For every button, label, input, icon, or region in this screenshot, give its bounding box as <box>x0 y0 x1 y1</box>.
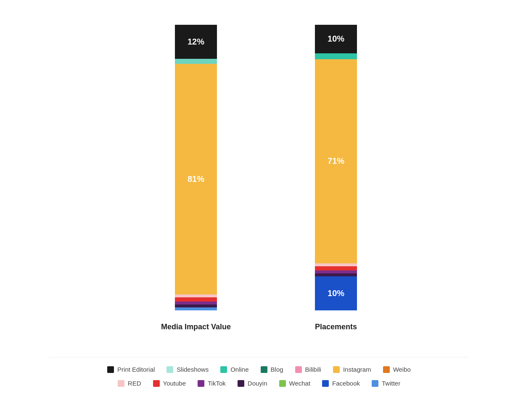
bar-stack-2: 10% 71% <box>315 25 357 310</box>
legend-label-wechat: Wechat <box>289 380 311 387</box>
legend-label-print-editorial: Print Editorial <box>117 366 155 373</box>
legend-swatch-instagram <box>333 366 340 373</box>
legend-item-twitter: Twitter <box>372 380 400 387</box>
legend-swatch-blog <box>261 366 267 373</box>
segment-slideshows-1 <box>175 59 217 64</box>
segment-douyin-1 <box>175 304 217 307</box>
legend-swatch-wechat <box>279 380 286 387</box>
segment-tiktok-2 <box>315 270 357 273</box>
legend-label-twitter: Twitter <box>382 380 400 387</box>
legend-item-tiktok: TikTok <box>198 380 226 387</box>
segment-twitter-1 <box>175 307 217 310</box>
segment-online-2 <box>315 53 357 59</box>
legend-label-online: Online <box>230 366 248 373</box>
legend-item-online: Online <box>220 366 248 373</box>
legend-label-weibo: Weibo <box>393 366 411 373</box>
legend-item-bilibili: Bilibili <box>295 366 321 373</box>
legend-label-facebook: Facebook <box>332 380 360 387</box>
segment-red-2 <box>315 263 357 266</box>
segment-red-1 <box>175 294 217 297</box>
segment-instagram-2: 71% <box>315 59 357 263</box>
legend-swatch-bilibili <box>295 366 302 373</box>
legend-label-instagram: Instagram <box>343 366 371 373</box>
bar-stack-1: 12% 81% <box>175 25 217 310</box>
legend-item-instagram: Instagram <box>333 366 371 373</box>
legend-row-2: RED Youtube TikTok Douyin Wechat Faceboo… <box>49 380 469 387</box>
legend-label-douyin: Douyin <box>248 380 267 387</box>
bar-placements: 10% 71% <box>315 25 357 332</box>
legend-item-weibo: Weibo <box>383 366 411 373</box>
legend-swatch-print-editorial <box>107 366 114 373</box>
legend-label-red: RED <box>128 380 141 387</box>
bar-label-1: Media Impact Value <box>161 322 231 332</box>
segment-print-editorial-2: 10% <box>315 25 357 53</box>
segment-facebook-2: 10% <box>315 276 357 310</box>
legend-swatch-online <box>220 366 227 373</box>
legend-swatch-facebook <box>322 380 329 387</box>
legend-item-blog: Blog <box>261 366 283 373</box>
segment-youtube-2 <box>315 266 357 270</box>
legend-label-bilibili: Bilibili <box>305 366 321 373</box>
segment-print-editorial-1: 12% <box>175 25 217 59</box>
chart-area: 12% 81% <box>8 25 510 340</box>
legend-label-slideshows: Slideshows <box>177 366 209 373</box>
legend: Print Editorial Slideshows Online Blog B… <box>49 357 469 395</box>
legend-label-blog: Blog <box>271 366 283 373</box>
legend-swatch-weibo <box>383 366 390 373</box>
segment-youtube-1 <box>175 297 217 302</box>
legend-swatch-douyin <box>238 380 244 387</box>
legend-row-1: Print Editorial Slideshows Online Blog B… <box>49 366 469 373</box>
legend-item-print-editorial: Print Editorial <box>107 366 155 373</box>
legend-item-facebook: Facebook <box>322 380 360 387</box>
legend-label-tiktok: TikTok <box>208 380 226 387</box>
segment-tiktok-1 <box>175 302 217 304</box>
legend-swatch-red <box>118 380 124 387</box>
legend-swatch-twitter <box>372 380 378 387</box>
legend-item-red: RED <box>118 380 141 387</box>
legend-swatch-tiktok <box>198 380 204 387</box>
legend-swatch-youtube <box>153 380 160 387</box>
legend-item-douyin: Douyin <box>238 380 267 387</box>
legend-swatch-slideshows <box>166 366 173 373</box>
segment-douyin-2 <box>315 273 357 276</box>
legend-item-wechat: Wechat <box>279 380 311 387</box>
legend-label-youtube: Youtube <box>163 380 186 387</box>
bar-media-impact-value: 12% 81% <box>161 25 231 332</box>
legend-item-youtube: Youtube <box>153 380 186 387</box>
bar-label-2: Placements <box>315 322 357 332</box>
segment-instagram-1: 81% <box>175 64 217 294</box>
legend-item-slideshows: Slideshows <box>166 366 209 373</box>
